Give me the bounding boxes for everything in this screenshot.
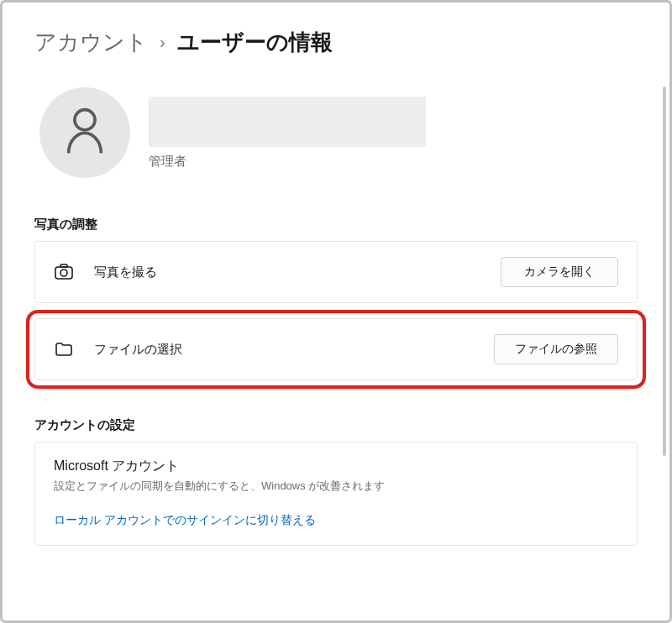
- chevron-right-icon: ›: [160, 33, 165, 52]
- svg-point-0: [75, 110, 95, 130]
- username-placeholder: [149, 97, 426, 147]
- ms-account-desc: 設定とファイルの同期を自動的にすると、Windows が改善されます: [54, 479, 618, 494]
- choose-file-label: ファイルの選択: [94, 342, 182, 358]
- profile-block: 管理者: [34, 87, 638, 178]
- person-icon: [64, 107, 106, 159]
- svg-rect-1: [55, 267, 72, 279]
- scrollbar-thumb[interactable]: [663, 86, 666, 456]
- folder-icon: [54, 339, 74, 359]
- browse-files-button[interactable]: ファイルの参照: [494, 334, 618, 364]
- section-title-account: アカウントの設定: [34, 417, 638, 433]
- svg-point-2: [60, 270, 67, 276]
- switch-to-local-account-link[interactable]: ローカル アカウントでのサインインに切り替える: [54, 513, 316, 526]
- page-title: ユーザーの情報: [177, 28, 333, 57]
- user-role: 管理者: [149, 154, 426, 170]
- choose-file-row: ファイルの選択 ファイルの参照: [34, 318, 638, 380]
- breadcrumb-parent[interactable]: アカウント: [34, 28, 148, 57]
- avatar: [39, 87, 130, 178]
- section-title-photo: 写真の調整: [34, 217, 638, 233]
- highlight-annotation: ファイルの選択 ファイルの参照: [26, 310, 646, 389]
- ms-account-title: Microsoft アカウント: [54, 458, 618, 475]
- take-photo-label: 写真を撮る: [94, 264, 157, 280]
- microsoft-account-card: Microsoft アカウント 設定とファイルの同期を自動的にすると、Windo…: [34, 442, 638, 546]
- svg-rect-3: [60, 264, 67, 267]
- scrollbar[interactable]: [663, 86, 666, 456]
- open-camera-button[interactable]: カメラを開く: [501, 257, 618, 287]
- camera-icon: [54, 262, 74, 282]
- breadcrumb: アカウント › ユーザーの情報: [34, 28, 638, 57]
- take-photo-row: 写真を撮る カメラを開く: [34, 241, 638, 303]
